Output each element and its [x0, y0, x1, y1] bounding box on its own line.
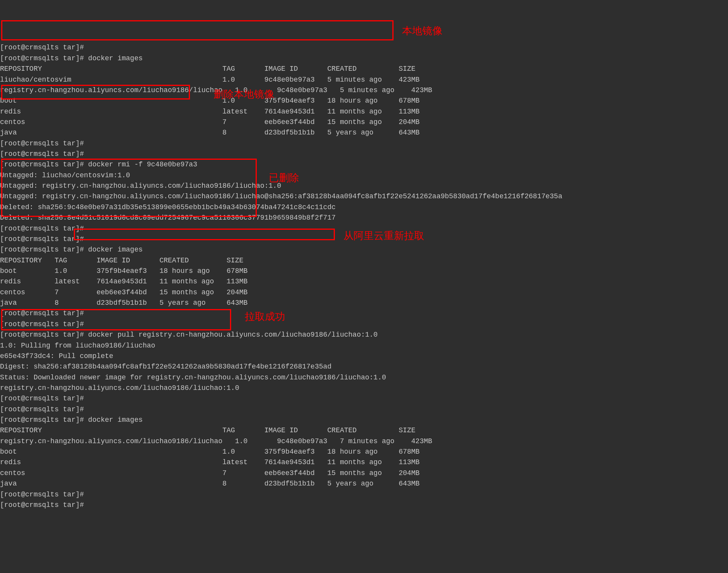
terminal-line: [root@crmsqlts tar]#	[0, 319, 728, 330]
terminal-line: redis latest 7614ae9453d1 11 months ago …	[0, 457, 728, 468]
terminal-line: [root@crmsqlts tar]#	[0, 393, 728, 404]
annot-success: 拉取成功	[245, 309, 285, 325]
terminal-line: REPOSITORY TAG IMAGE ID CREATED SIZE	[0, 425, 728, 436]
annot-deleted: 已删除	[269, 170, 299, 186]
terminal-line: [root@crmsqlts tar]#	[0, 42, 728, 53]
terminal-line: [root@crmsqlts tar]#	[0, 149, 728, 159]
annot-rmi: 删除本地镜像	[214, 87, 274, 102]
terminal-line: boot 1.0 375f9b4eaef3 18 hours ago 678MB	[0, 266, 728, 276]
terminal-line: redis latest 7614ae9453d1 11 months ago …	[0, 276, 728, 287]
terminal-line: redis latest 7614ae9453d1 11 months ago …	[0, 107, 728, 117]
terminal-line: [root@crmsqlts tar]#	[0, 500, 728, 510]
redbox-local-images	[1, 20, 394, 40]
terminal-line: Status: Downloaded newer image for regis…	[0, 372, 728, 383]
terminal-line: [root@crmsqlts tar]# docker rmi -f 9c48e…	[0, 159, 728, 170]
terminal-line: boot 1.0 375f9b4eaef3 18 hours ago 678MB	[0, 96, 728, 106]
terminal-line: java 8 d23bdf5b1b1b 5 years ago 643MB	[0, 128, 728, 138]
terminal-line: liuchao/centosvim 1.0 9c48e0be97a3 5 min…	[0, 75, 728, 85]
terminal-line: boot 1.0 375f9b4eaef3 18 hours ago 678MB	[0, 447, 728, 457]
annot-local-images: 本地镜像	[402, 23, 442, 39]
terminal-line: registry.cn-hangzhou.aliyuncs.com/liucha…	[0, 85, 728, 96]
terminal-line: REPOSITORY TAG IMAGE ID CREATED SIZE	[0, 64, 728, 74]
terminal-line: centos 7 eeb6ee3f44bd 15 months ago 204M…	[0, 468, 728, 479]
terminal-line: Deleted: sha256:8e4d51c51019d0cd8c09edd7…	[0, 213, 728, 223]
terminal-line: REPOSITORY TAG IMAGE ID CREATED SIZE	[0, 255, 728, 266]
terminal-output: [root@crmsqlts tar]#[root@crmsqlts tar]#…	[0, 42, 728, 510]
terminal-line: [root@crmsqlts tar]#	[0, 138, 728, 149]
terminal-line: centos 7 eeb6ee3f44bd 15 months ago 204M…	[0, 117, 728, 128]
terminal-line: [root@crmsqlts tar]#	[0, 308, 728, 319]
terminal-line: e65e43f73dc4: Pull complete	[0, 351, 728, 362]
terminal-line: 1.0: Pulling from liuchao9186/liuchao	[0, 341, 728, 351]
terminal-line: java 8 d23bdf5b1b1b 5 years ago 643MB	[0, 298, 728, 308]
terminal-line: [root@crmsqlts tar]#	[0, 489, 728, 500]
terminal-line: Deleted: sha256:9c48e0be97a31db35e513899…	[0, 202, 728, 213]
terminal-line: Digest: sha256:af38128b4aa094fc8afb1f22e…	[0, 362, 728, 372]
terminal-line: [root@crmsqlts tar]#	[0, 404, 728, 415]
terminal-line: [root@crmsqlts tar]# docker images	[0, 245, 728, 255]
terminal-line: Untagged: registry.cn-hangzhou.aliyuncs.…	[0, 191, 728, 202]
terminal-line: [root@crmsqlts tar]# docker pull registr…	[0, 330, 728, 340]
terminal-line: [root@crmsqlts tar]# docker images	[0, 53, 728, 64]
terminal-line: centos 7 eeb6ee3f44bd 15 months ago 204M…	[0, 287, 728, 298]
annot-pull: 从阿里云重新拉取	[343, 228, 424, 244]
terminal-line: java 8 d23bdf5b1b1b 5 years ago 643MB	[0, 479, 728, 489]
terminal-line: Untagged: registry.cn-hangzhou.aliyuncs.…	[0, 181, 728, 191]
terminal-line: registry.cn-hangzhou.aliyuncs.com/liucha…	[0, 383, 728, 393]
terminal-line: registry.cn-hangzhou.aliyuncs.com/liucha…	[0, 436, 728, 447]
terminal-line: Untagged: liuchao/centosvim:1.0	[0, 170, 728, 181]
terminal-line: [root@crmsqlts tar]# docker images	[0, 415, 728, 425]
